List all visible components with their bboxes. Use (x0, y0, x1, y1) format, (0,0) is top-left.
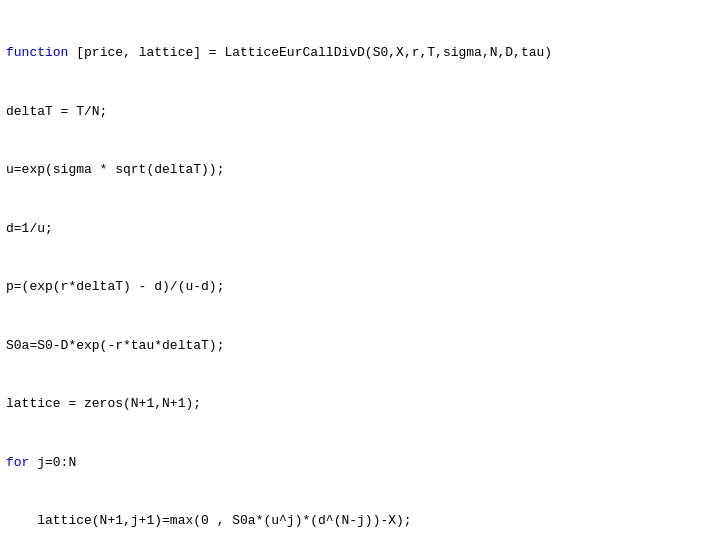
keyword-for-1: for (6, 455, 29, 470)
code-line-4: d=1/u; (6, 219, 714, 239)
code-line-5: p=(exp(r*deltaT) - d)/(u-d); (6, 277, 714, 297)
code-line-7: lattice = zeros(N+1,N+1); (6, 394, 714, 414)
code-block: function [price, lattice] = LatticeEurCa… (6, 4, 714, 540)
code-line-1: function [price, lattice] = LatticeEurCa… (6, 43, 714, 63)
code-line-8: for j=0:N (6, 453, 714, 473)
code-line-2: deltaT = T/N; (6, 102, 714, 122)
code-line-6: S0a=S0-D*exp(-r*tau*deltaT); (6, 336, 714, 356)
code-line-9: lattice(N+1,j+1)=max(0 , S0a*(u^j)*(d^(N… (6, 511, 714, 531)
keyword-function: function (6, 45, 68, 60)
code-line-3: u=exp(sigma * sqrt(deltaT)); (6, 160, 714, 180)
